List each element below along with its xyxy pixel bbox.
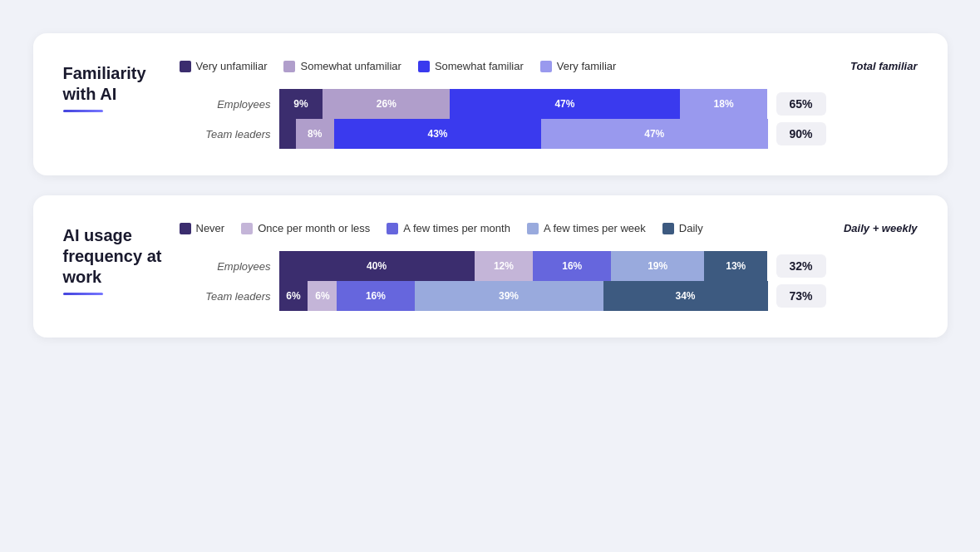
legend-color-dot [527, 223, 539, 234]
bar-row: Employees9%26%47%18%65% [180, 89, 826, 119]
stacked-bar: 40%12%16%19%13% [279, 251, 768, 281]
legend-item-label: A few times per month [403, 222, 510, 234]
legend-item-label: Very unfamiliar [196, 60, 268, 72]
bar-row: Employees40%12%16%19%13%32% [180, 251, 826, 281]
bar-segment: 34% [603, 281, 768, 311]
familiarity-legend: Very unfamiliarSomewhat unfamiliarSomewh… [180, 60, 826, 72]
legend-color-dot [540, 61, 552, 72]
bar-row-label: Employees [180, 260, 271, 273]
legend-item-label: Once per month or less [258, 222, 370, 234]
legend-item: Very unfamiliar [180, 60, 268, 72]
bar-segment: 43% [334, 119, 541, 149]
bar-segment: 6% [308, 281, 337, 311]
bar-segment: 39% [415, 281, 603, 311]
bar-row: Team leaders8%43%47%90% [180, 119, 826, 149]
bar-segment: 18% [680, 89, 768, 119]
legend-item: Once per month or less [241, 222, 370, 234]
bar-segment: 26% [323, 89, 450, 119]
legend-item: Very familiar [540, 60, 617, 72]
familiarity-total-label: Total familiar [826, 60, 918, 72]
total-badge: 32% [776, 254, 826, 278]
legend-item: A few times per month [387, 222, 510, 234]
legend-item-label: Somewhat familiar [435, 60, 524, 72]
total-badge: 65% [776, 92, 826, 116]
legend-item-label: A few times per week [544, 222, 646, 234]
bar-segment: 16% [533, 251, 611, 281]
title-underline [63, 110, 103, 112]
usage-title-underline [63, 293, 103, 295]
legend-item-label: Somewhat unfamiliar [300, 60, 401, 72]
usage-total-label: Daily + weekly [826, 222, 918, 234]
legend-color-dot [283, 61, 295, 72]
total-badge: 90% [776, 122, 826, 145]
legend-color-dot [241, 223, 253, 234]
bar-segment: 6% [279, 281, 308, 311]
stacked-bar: 9%26%47%18% [279, 89, 768, 119]
legend-color-dot [662, 223, 674, 234]
legend-item-label: Daily [679, 222, 703, 234]
legend-item: Somewhat unfamiliar [283, 60, 401, 72]
legend-color-dot [418, 61, 430, 72]
usage-title: AI usage frequency at work [63, 225, 180, 295]
bar-segment: 9% [279, 89, 323, 119]
stacked-bar: 6%6%16%39%34% [279, 281, 768, 311]
legend-item: Daily [662, 222, 703, 234]
usage-legend: NeverOnce per month or lessA few times p… [180, 222, 826, 234]
bar-segment: 8% [296, 119, 334, 149]
bar-segment: 13% [704, 251, 767, 281]
bar-row: Team leaders6%6%16%39%34%73% [180, 281, 826, 311]
legend-item: Somewhat familiar [418, 60, 524, 72]
bar-segment: 12% [475, 251, 534, 281]
bar-segment: 47% [541, 119, 767, 149]
bar-row-label: Employees [180, 98, 271, 111]
bar-row-label: Team leaders [180, 290, 271, 303]
legend-color-dot [180, 61, 191, 72]
bar-row-label: Team leaders [180, 128, 271, 140]
familiarity-title: Familiarity with AI [63, 63, 180, 112]
bar-segment: 16% [337, 281, 414, 311]
bar-segment: 19% [611, 251, 704, 281]
stacked-bar: 8%43%47% [279, 119, 768, 149]
bar-segment: 40% [279, 251, 475, 281]
familiarity-card: Familiarity with AI Very unfamiliarSomew… [33, 33, 948, 175]
bar-segment: 47% [450, 89, 679, 119]
legend-color-dot [387, 223, 398, 234]
legend-item: Never [180, 222, 225, 234]
bar-segment [279, 119, 296, 149]
legend-color-dot [180, 223, 191, 234]
usage-card: AI usage frequency at work NeverOnce per… [33, 195, 948, 338]
legend-item-label: Never [196, 222, 225, 234]
total-badge: 73% [776, 284, 826, 308]
legend-item-label: Very familiar [557, 60, 617, 72]
legend-item: A few times per week [527, 222, 646, 234]
